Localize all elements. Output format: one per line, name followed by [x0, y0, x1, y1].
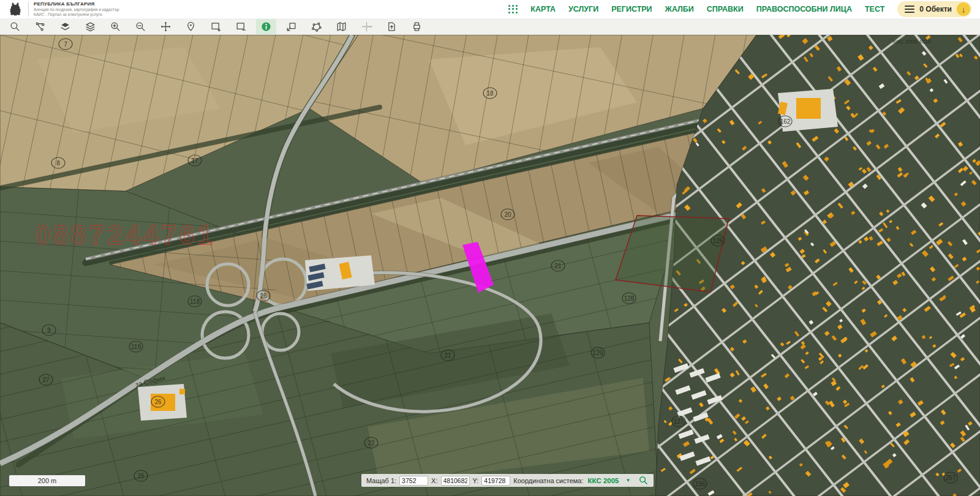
crs-selected-value[interactable]: ККС 2005: [588, 477, 619, 484]
parcel-number-label: 20: [504, 211, 511, 218]
crs-label: Координатна система:: [513, 477, 583, 484]
kais-portal: РЕПУБЛИКА БЪЛГАРИЯ Агенция по геодезия, …: [0, 0, 980, 496]
status-bar: Мащаб 1: X: Y: Координатна система: ККС …: [361, 474, 654, 487]
tool-pan-icon[interactable]: [156, 19, 176, 34]
brand-title: РЕПУБЛИКА БЪЛГАРИЯ: [34, 1, 119, 7]
tool-zoom-rect-out-icon[interactable]: [231, 19, 251, 34]
map-viewport[interactable]: 7181782021125128129911811926272621222512…: [0, 35, 980, 496]
parcel-number-label: 7: [64, 41, 67, 48]
parcel-number-label: 9: [47, 327, 51, 334]
tool-layers-filled-icon[interactable]: [55, 19, 75, 34]
parcel-number-label: 27: [42, 377, 50, 383]
tool-select-polygon-icon[interactable]: [306, 19, 326, 34]
nav-item-услуги[interactable]: УСЛУГИ: [568, 5, 598, 13]
header: РЕПУБЛИКА БЪЛГАРИЯ Агенция по геодезия, …: [0, 0, 980, 18]
parcel-number-label: 25: [137, 473, 145, 479]
brand-subtitle-2: КАИС - Портал за електронни услуги: [34, 12, 119, 17]
parcel-number-label: 119: [131, 344, 141, 350]
nav-item-регистри[interactable]: РЕГИСТРИ: [611, 5, 652, 13]
parcel-number-label: 162: [780, 118, 791, 125]
tool-print-icon[interactable]: [407, 19, 427, 34]
nav-item-карта[interactable]: КАРТА: [530, 5, 556, 13]
parcel-number-label: 18: [486, 90, 494, 97]
parcel-number-label: 129: [593, 350, 603, 356]
tool-zoom-out-icon[interactable]: [130, 19, 151, 34]
tool-location-icon[interactable]: [181, 19, 201, 34]
apps-grid-icon[interactable]: [508, 5, 518, 14]
parcel-number-label: 17: [191, 157, 198, 164]
tool-map-sheets-icon[interactable]: [331, 19, 352, 34]
brand: РЕПУБЛИКА БЪЛГАРИЯ Агенция по геодезия, …: [7, 1, 119, 17]
scale-input[interactable]: [399, 476, 428, 486]
coordinate-search-icon[interactable]: [638, 475, 649, 486]
tool-zoom-rect-in-icon[interactable]: [206, 19, 226, 34]
nav-item-жалби[interactable]: ЖАЛБИ: [665, 5, 694, 13]
tool-previous-extent-icon[interactable]: [281, 19, 301, 34]
main-nav: КАРТАУСЛУГИРЕГИСТРИЖАЛБИСПРАВКИПРАВОСПОС…: [508, 1, 971, 17]
tool-export-icon[interactable]: [382, 19, 402, 34]
scale-label: Мащаб 1:: [366, 477, 396, 484]
scale-bar: 200 m: [9, 475, 86, 487]
scale-bar-label: 200 m: [38, 477, 57, 484]
tool-route-icon[interactable]: [30, 19, 50, 34]
parcel-number-label: 21: [554, 263, 562, 269]
nav-item-правоспособни-лица[interactable]: ПРАВОСПОСОБНИ ЛИЦА: [756, 5, 852, 13]
parcel-number-label: 22: [368, 440, 375, 446]
crs-dropdown-caret[interactable]: ▼: [626, 478, 631, 483]
map-toolbar: [0, 18, 980, 35]
watermark-phone-number: 0887244761: [35, 220, 216, 250]
tool-zoom-in-icon[interactable]: [105, 19, 126, 34]
parcel-number-label: 26: [154, 399, 162, 405]
brand-subtitle-1: Агенция по геодезия, картография и кадас…: [34, 7, 119, 12]
parcel-number-label: 156: [695, 481, 706, 487]
x-label: X:: [431, 477, 437, 484]
tool-info-icon[interactable]: [256, 19, 276, 34]
parcel-number-label: 8: [56, 160, 60, 167]
nav-item-тест[interactable]: ТЕСТ: [865, 5, 884, 13]
parcel-number-label: 127: [674, 418, 684, 425]
grid-coordinate-label: ККС 2005 4810: [893, 39, 931, 45]
tool-search-icon[interactable]: [5, 19, 25, 34]
parcel-number-label: 21: [444, 352, 451, 359]
y-label: Y:: [473, 477, 479, 484]
parcel-number-label: 26: [260, 293, 267, 299]
nav-item-справки[interactable]: СПРАВКИ: [707, 5, 744, 13]
parcel-number-label: 118: [190, 298, 200, 305]
tool-layers-icon[interactable]: [80, 19, 100, 34]
brand-divider: [28, 2, 29, 17]
objects-count-label: 0 Обекти: [919, 5, 952, 13]
x-coordinate-input[interactable]: [441, 476, 470, 486]
brand-text: РЕПУБЛИКА БЪЛГАРИЯ Агенция по геодезия, …: [34, 1, 119, 17]
objects-button[interactable]: 0 Обекти ↓: [897, 1, 971, 17]
menu-icon: [905, 6, 914, 13]
satellite-cadastral-map[interactable]: 7181782021125128129911811926272621222512…: [0, 35, 980, 496]
parcel-number-label: 257: [946, 475, 956, 481]
parcel-number-label: 125: [713, 238, 723, 244]
parcel-number-label: 128: [624, 295, 635, 302]
tool-snap-crosshair-icon: [356, 19, 377, 34]
coat-of-arms-logo: [7, 1, 23, 17]
download-arrow-icon[interactable]: ↓: [957, 2, 970, 16]
y-coordinate-input[interactable]: [481, 476, 510, 486]
